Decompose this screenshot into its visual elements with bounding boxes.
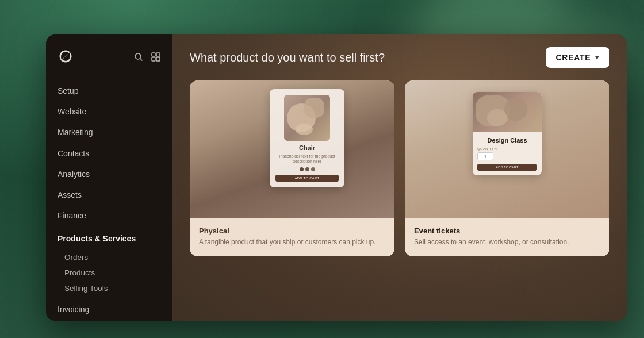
color-swatches [275,167,339,171]
card-event-info: Event tickets Sell access to an event, w… [405,218,610,256]
mockup-chair-image [284,95,330,141]
mockup-event-image [473,92,542,132]
card-physical-info: Physical A tangible product that you shi… [190,218,394,256]
card-physical-image: Chair Placeholder text for the product d… [190,80,394,218]
sidebar-nav: Setup Website Marketing Contacts Analyti… [46,80,172,320]
color-dot-1 [300,167,304,171]
create-button[interactable]: CREATE ▾ [546,47,610,68]
sidebar-item-website[interactable]: Website [57,101,160,122]
card-physical-desc: A tangible product that you ship or cust… [199,237,385,247]
mockup-event-title: Design Class [477,137,537,144]
sidebar-item-marketing[interactable]: Marketing [57,122,160,143]
card-physical[interactable]: Chair Placeholder text for the product d… [190,80,394,256]
grid-icon[interactable] [151,52,160,63]
sidebar-item-selling-tools[interactable]: Selling Tools [57,281,160,296]
sidebar-item-invoicing[interactable]: Invoicing [57,296,160,320]
sidebar-icons [134,52,160,63]
main-header: What product do you want to sell first? … [172,34,627,80]
svg-rect-3 [152,57,155,61]
card-event-type: Event tickets [414,226,600,235]
physical-mockup: Chair Placeholder text for the product d… [270,89,344,187]
sidebar-header [46,48,172,80]
mockup-chair-title: Chair [275,144,339,151]
event-bg: Design Class QUANTITY: 1 ADD TO CART [405,80,610,218]
svg-rect-4 [156,57,160,61]
sidebar-item-setup[interactable]: Setup [57,80,160,101]
logo-icon [57,48,76,67]
physical-bg: Chair Placeholder text for the product d… [190,80,394,218]
sidebar: Setup Website Marketing Contacts Analyti… [46,34,172,321]
create-button-label: CREATE [556,53,591,62]
card-event[interactable]: Design Class QUANTITY: 1 ADD TO CART Eve… [405,80,610,256]
card-physical-type: Physical [199,226,385,235]
sidebar-item-contacts[interactable]: Contacts [57,143,160,164]
sidebar-item-finance[interactable]: Finance [57,205,160,226]
color-dot-2 [305,167,309,171]
sidebar-section-products-services[interactable]: Products & Services [57,226,160,247]
color-dot-3 [311,167,315,171]
mockup-add-to-cart-btn: ADD TO CART [275,175,339,182]
event-mockup: Design Class QUANTITY: 1 ADD TO CART [473,92,542,175]
search-icon[interactable] [134,52,143,63]
cards-container: Chair Placeholder text for the product d… [172,80,627,268]
mockup-qty-input: 1 [477,152,493,160]
mockup-event-cart-btn: ADD TO CART [477,164,537,171]
chevron-down-icon: ▾ [595,53,599,62]
card-event-desc: Sell access to an event, workshop, or co… [414,237,600,247]
sidebar-item-assets[interactable]: Assets [57,185,160,205]
app-window: Setup Website Marketing Contacts Analyti… [46,34,627,321]
event-mockup-body: Design Class QUANTITY: 1 ADD TO CART [473,132,542,175]
sidebar-item-orders[interactable]: Orders [57,249,160,265]
svg-rect-1 [152,53,155,56]
main-content: What product do you want to sell first? … [172,34,627,321]
mockup-qty-label: QUANTITY: [477,147,537,151]
sidebar-item-products[interactable]: Products [57,265,160,281]
page-title: What product do you want to sell first? [190,51,385,64]
card-event-image: Design Class QUANTITY: 1 ADD TO CART [405,80,610,218]
svg-rect-2 [156,53,160,56]
mockup-chair-desc: Placeholder text for the product descrip… [275,153,339,164]
sidebar-item-analytics[interactable]: Analytics [57,164,160,185]
